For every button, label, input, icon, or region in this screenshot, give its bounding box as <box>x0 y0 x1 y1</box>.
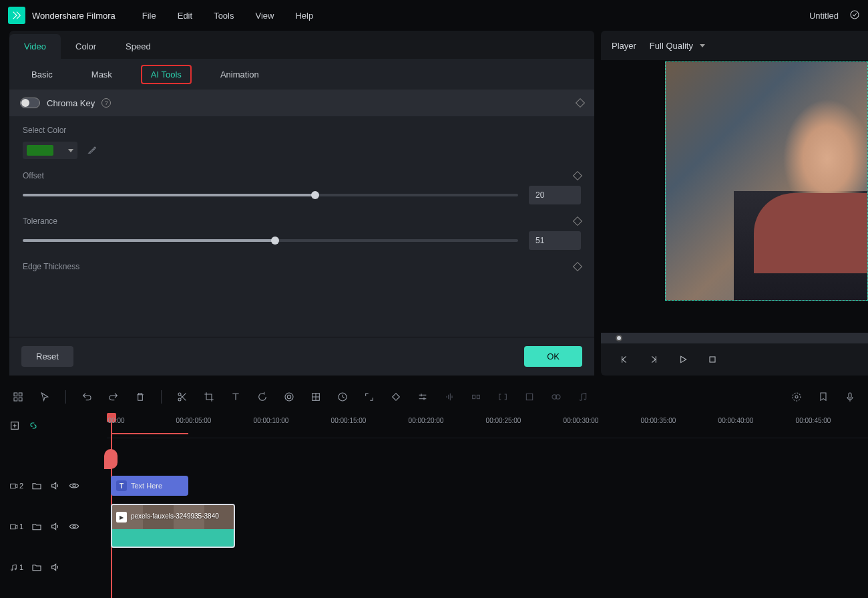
play-button[interactable] <box>677 353 689 365</box>
scrub-bar[interactable] <box>601 333 868 343</box>
effects-icon[interactable] <box>283 391 295 403</box>
marker-icon[interactable] <box>817 391 829 403</box>
subtab-ai-tools[interactable]: AI Tools <box>141 65 192 84</box>
rotate-icon[interactable] <box>256 391 268 403</box>
tolerance-label: Tolerance <box>23 216 57 226</box>
subtab-basic[interactable]: Basic <box>21 65 63 84</box>
tab-speed[interactable]: Speed <box>111 34 166 59</box>
link-icon[interactable] <box>28 420 39 431</box>
split-icon[interactable] <box>176 391 188 403</box>
edge-group: Edge Thickness <box>9 262 594 271</box>
apps-icon[interactable] <box>12 391 24 403</box>
tab-video[interactable]: Video <box>9 34 61 59</box>
keyframe-icon[interactable] <box>576 98 585 108</box>
mute-icon[interactable] <box>50 562 61 573</box>
chroma-key-toggle[interactable] <box>20 98 40 108</box>
tolerance-keyframe-icon[interactable] <box>573 216 582 226</box>
redo-icon[interactable] <box>107 391 120 403</box>
video-track-1[interactable]: ▶ pexels-fauxels-3249935-3840 <box>107 501 868 552</box>
player-header: Player Full Quality <box>601 31 868 60</box>
ruler-tick-label: 00:00:25:00 <box>486 417 521 424</box>
svg-point-8 <box>287 395 290 398</box>
menu-file[interactable]: File <box>142 11 156 21</box>
next-frame-button[interactable] <box>648 353 660 365</box>
offset-value[interactable]: 20 <box>529 186 581 204</box>
offset-slider[interactable] <box>23 194 518 196</box>
ruler-tick-label: 00:00:45:00 <box>796 417 831 424</box>
svg-point-18 <box>795 396 798 398</box>
stop-button[interactable] <box>706 353 718 365</box>
adjust-icon[interactable] <box>417 391 429 403</box>
prev-frame-button[interactable] <box>618 353 630 365</box>
video-track-2[interactable]: T Text Here <box>107 470 868 501</box>
preview-area[interactable] <box>601 60 868 333</box>
folder-icon[interactable] <box>31 521 42 532</box>
folder-icon[interactable] <box>31 562 42 573</box>
cursor-icon[interactable] <box>39 391 51 403</box>
color-icon[interactable] <box>310 391 322 403</box>
add-track-icon[interactable] <box>9 420 20 431</box>
player-controls <box>601 343 868 376</box>
tab-color[interactable]: Color <box>61 34 111 59</box>
tolerance-group: Tolerance 51 <box>9 216 594 250</box>
ruler-tick-label: 00:00:15:00 <box>331 417 367 424</box>
help-icon[interactable]: ? <box>101 98 111 108</box>
svg-rect-21 <box>11 484 16 488</box>
ok-button[interactable]: OK <box>524 346 582 367</box>
ruler-tick-label: 00:00:30:00 <box>564 417 599 424</box>
app-name: Wondershare Filmora <box>32 11 116 21</box>
color-dropdown[interactable] <box>23 142 77 159</box>
scrub-handle[interactable] <box>616 335 622 341</box>
select-color-label: Select Color <box>23 126 581 135</box>
svg-rect-3 <box>19 393 22 396</box>
color-swatch <box>27 145 53 156</box>
timeline-toolbar <box>0 381 868 413</box>
mute-icon[interactable] <box>50 480 61 491</box>
speed-icon[interactable] <box>337 391 349 403</box>
reset-button[interactable]: Reset <box>21 346 73 367</box>
video-track-icon: 2 <box>9 482 23 490</box>
audio-track-1[interactable] <box>107 552 868 583</box>
menu-tools[interactable]: Tools <box>214 11 234 21</box>
offset-keyframe-icon[interactable] <box>573 171 582 180</box>
keyframe-tool-icon[interactable] <box>390 391 402 403</box>
save-status-icon <box>849 9 860 22</box>
tolerance-slider[interactable] <box>23 239 518 242</box>
svg-rect-5 <box>19 398 22 401</box>
video-track-2-head: 2 <box>0 470 107 501</box>
expand-icon[interactable] <box>363 391 375 403</box>
timeline-body[interactable]: 00:0000:00:05:0000:00:10:0000:00:15:0000… <box>107 413 868 583</box>
undo-icon[interactable] <box>81 391 93 403</box>
timeline-ruler[interactable]: 00:0000:00:05:0000:00:10:0000:00:15:0000… <box>107 413 868 438</box>
player-label: Player <box>612 41 636 51</box>
audio-track-icon: 1 <box>9 563 23 572</box>
visibility-icon[interactable] <box>69 480 79 491</box>
render-icon[interactable] <box>791 391 803 403</box>
video-track-1-head: 1 <box>0 501 107 552</box>
subtab-animation[interactable]: Animation <box>210 65 269 84</box>
main-menu: File Edit Tools View Help <box>142 11 313 21</box>
menu-edit[interactable]: Edit <box>178 11 192 21</box>
ruler-tick-label: 00:00:40:00 <box>718 417 754 424</box>
panel-body: Chroma Key ? Select Color <box>9 90 594 337</box>
menu-view[interactable]: View <box>255 11 274 21</box>
tolerance-value[interactable]: 51 <box>529 231 581 250</box>
menu-help[interactable]: Help <box>295 11 313 21</box>
quality-dropdown[interactable]: Full Quality <box>650 41 705 51</box>
text-clip-icon: T <box>116 480 127 491</box>
text-icon[interactable] <box>230 391 242 403</box>
text-clip[interactable]: T Text Here <box>111 476 188 496</box>
crop-icon[interactable] <box>203 391 215 403</box>
edge-keyframe-icon[interactable] <box>573 262 582 271</box>
folder-icon[interactable] <box>31 480 42 491</box>
audio-tool2-icon <box>470 391 482 403</box>
delete-icon[interactable] <box>134 391 146 403</box>
track-headers: 2 1 1 <box>0 413 107 583</box>
mic-icon[interactable] <box>844 391 856 403</box>
video-clip[interactable]: ▶ pexels-fauxels-3249935-3840 <box>111 504 235 548</box>
subtab-mask[interactable]: Mask <box>81 65 122 84</box>
primary-tabs: Video Color Speed <box>9 31 594 59</box>
eyedropper-icon[interactable] <box>87 144 97 157</box>
mute-icon[interactable] <box>50 521 61 532</box>
visibility-icon[interactable] <box>69 521 79 532</box>
